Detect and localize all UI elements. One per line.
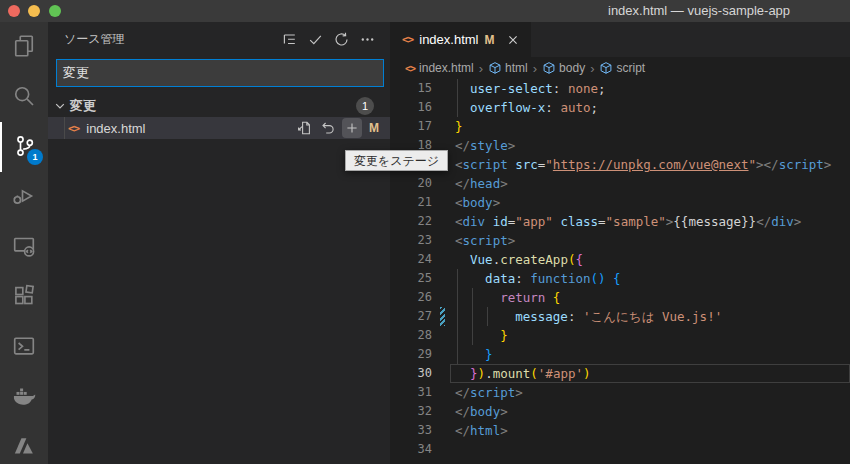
changed-file-row[interactable]: <> index.html M [48, 117, 390, 139]
close-window-button[interactable] [8, 5, 20, 17]
breadcrumb-item-index-html[interactable]: <>index.html [405, 61, 474, 75]
code-line-28[interactable]: 28 } [390, 326, 850, 345]
terminal-icon [12, 334, 36, 361]
plus-icon [344, 120, 360, 136]
activity-bar: 1 [0, 22, 48, 464]
code-line-text: </head> [455, 174, 508, 193]
commit-button[interactable] [307, 31, 324, 48]
sidebar-header: ソース管理 [48, 22, 390, 56]
list-tree-icon [281, 36, 298, 51]
code-line-text: Vue.createApp({ [455, 250, 583, 269]
tree-indent-guide [64, 117, 65, 139]
code-line-31[interactable]: 31</script> [390, 383, 850, 402]
discard-changes-button[interactable] [318, 118, 338, 138]
extensions-icon [12, 284, 36, 311]
activity-bar-item-explorer[interactable] [0, 22, 48, 72]
code-line-29[interactable]: 29 } [390, 345, 850, 364]
code-line-21[interactable]: 21<body> [390, 193, 850, 212]
code-line-16[interactable]: 16 overflow-x: auto; [390, 98, 850, 117]
activity-bar-item-source-control[interactable]: 1 [0, 122, 48, 172]
activity-bar-item-run-debug[interactable] [0, 172, 48, 222]
html-file-icon: <> [68, 122, 79, 135]
indent-guide [457, 269, 458, 364]
code-line-24[interactable]: 24 Vue.createApp({ [390, 250, 850, 269]
code-line-23[interactable]: 23<script> [390, 231, 850, 250]
line-number: 22 [390, 212, 432, 231]
view-as-tree-button[interactable] [281, 31, 298, 48]
code-line-text: overflow-x: auto; [455, 98, 598, 117]
stage-changes-tooltip: 変更をステージ [345, 150, 448, 171]
code-line-33[interactable]: 33</html> [390, 421, 850, 440]
code-line-text: } [455, 345, 493, 364]
code-line-15[interactable]: 15 user-select: none; [390, 79, 850, 98]
code-line-27[interactable]: 27 message: 'こんにちは Vue.js!' [390, 307, 850, 326]
open-file-button[interactable] [294, 118, 314, 138]
code-line-text: return { [455, 288, 560, 307]
docker-icon [12, 384, 36, 411]
breadcrumb-label: index.html [419, 61, 474, 75]
code-line-text: data: function() { [455, 269, 621, 288]
line-number: 21 [390, 193, 432, 212]
search-icon [12, 84, 36, 111]
line-number: 29 [390, 345, 432, 364]
changes-section-header[interactable]: 変更 1 [48, 95, 390, 117]
code-line-22[interactable]: 22<div id="app" class="sample">{{message… [390, 212, 850, 231]
code-line-26[interactable]: 26 return { [390, 288, 850, 307]
modified-status-badge: M [368, 121, 380, 135]
code-line-20[interactable]: 20</head> [390, 174, 850, 193]
code-line-text: <script> [455, 231, 515, 250]
breadcrumb-item-html[interactable]: html [488, 61, 528, 75]
code-line-text: </html> [455, 421, 508, 440]
code-line-text: </style> [455, 136, 515, 155]
breadcrumb-separator: › [533, 61, 537, 76]
code-line-text: <body> [455, 193, 500, 212]
activity-bar-item-remote-explorer[interactable] [0, 222, 48, 272]
chevron-down-icon [52, 98, 68, 114]
vscode-window: index.html — vuejs-sample-app 1 ソース管理 変更… [0, 0, 850, 464]
code-line-17[interactable]: 17} [390, 117, 850, 136]
code-editor[interactable]: 15 user-select: none;16 overflow-x: auto… [390, 79, 850, 464]
tab-index-html[interactable]: <> index.html M [390, 22, 531, 57]
activity-bar-item-terminal[interactable] [0, 322, 48, 372]
open-file-icon [296, 120, 312, 136]
line-number: 17 [390, 117, 432, 136]
close-tab-icon[interactable] [505, 32, 521, 48]
zoom-window-button[interactable] [49, 5, 61, 17]
line-number: 24 [390, 250, 432, 269]
activity-bar-item-azure[interactable] [0, 422, 48, 464]
activity-bar-item-search[interactable] [0, 72, 48, 122]
breadcrumb-item-body[interactable]: body [542, 61, 585, 75]
code-line-25[interactable]: 25 data: function() { [390, 269, 850, 288]
more-icon [359, 36, 376, 51]
indent-guide [472, 288, 473, 345]
indent-guide [487, 307, 488, 326]
refresh-button[interactable] [333, 31, 350, 48]
refresh-icon [333, 36, 350, 51]
commit-message-input[interactable]: 変更 [56, 59, 384, 87]
minimize-window-button[interactable] [28, 5, 40, 17]
activity-bar-item-docker[interactable] [0, 372, 48, 422]
code-line-18[interactable]: 18</style> [390, 136, 850, 155]
indent-guide [457, 79, 458, 117]
breadcrumb-item-script[interactable]: script [599, 61, 645, 75]
breadcrumb: <>index.html›html›body›script [390, 57, 850, 79]
code-line-19[interactable]: 19<script src="https://unpkg.com/vue@nex… [390, 155, 850, 174]
symbol-cube-icon [488, 61, 502, 75]
code-line-text: </body> [455, 402, 508, 421]
line-number: 33 [390, 421, 432, 440]
more-actions-button[interactable] [359, 31, 376, 48]
line-number: 23 [390, 231, 432, 250]
line-number: 20 [390, 174, 432, 193]
stage-changes-button[interactable] [342, 118, 362, 138]
check-icon [307, 36, 324, 51]
tab-bar: <> index.html M [390, 22, 850, 57]
activity-bar-item-extensions[interactable] [0, 272, 48, 322]
line-number: 30 [390, 364, 432, 383]
line-number: 34 [390, 440, 432, 459]
html-file-icon: <> [405, 63, 415, 74]
code-line-34[interactable]: 34 [390, 440, 850, 459]
sidebar-toolbar [281, 31, 376, 48]
source-control-sidebar: ソース管理 変更 変更 1 <> index.html M [48, 22, 390, 464]
code-line-32[interactable]: 32</body> [390, 402, 850, 421]
current-line-highlight [450, 364, 850, 383]
